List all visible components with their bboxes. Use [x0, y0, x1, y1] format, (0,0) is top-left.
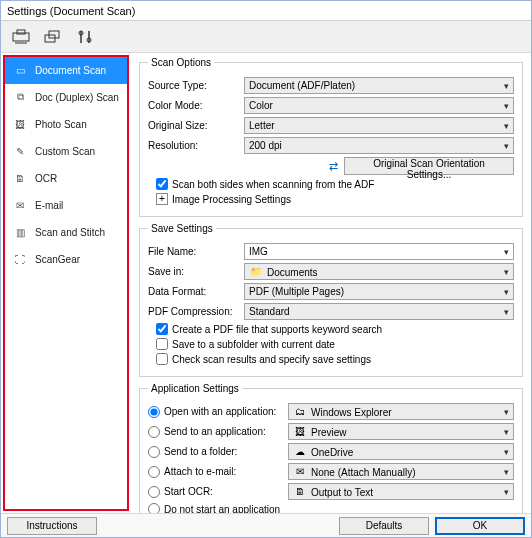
- stitch-icon: ▥: [11, 225, 29, 239]
- onedrive-icon: ☁: [293, 446, 307, 458]
- data-format-label: Data Format:: [148, 286, 244, 297]
- sidebar-item-document-scan[interactable]: ▭Document Scan: [5, 57, 127, 84]
- chevron-down-icon: ▾: [504, 487, 509, 497]
- sidebar-item-label: Scan and Stitch: [35, 227, 105, 238]
- source-type-label: Source Type:: [148, 80, 244, 91]
- original-size-label: Original Size:: [148, 120, 244, 131]
- titlebar: Settings (Document Scan): [1, 1, 531, 21]
- file-name-input[interactable]: IMG▾: [244, 243, 514, 260]
- do-not-start-radio[interactable]: [148, 503, 160, 513]
- scan-options-legend: Scan Options: [148, 57, 214, 68]
- duplex-icon: ⧉: [11, 90, 29, 104]
- resolution-select[interactable]: 200 dpi▾: [244, 137, 514, 154]
- save-subfolder-checkbox[interactable]: [156, 338, 168, 350]
- open-with-app-label: Open with an application:: [164, 406, 284, 417]
- photo-icon: 🖼: [11, 117, 29, 131]
- sidebar-item-photo-scan[interactable]: 🖼Photo Scan: [5, 111, 127, 138]
- pdf-compression-label: PDF Compression:: [148, 306, 244, 317]
- send-to-app-select[interactable]: 🖼Preview▾: [288, 423, 514, 440]
- start-ocr-select[interactable]: 🗎Output to Text▾: [288, 483, 514, 500]
- send-to-folder-select[interactable]: ☁OneDrive▾: [288, 443, 514, 460]
- chevron-down-icon: ▾: [504, 81, 509, 91]
- tools-icon[interactable]: [73, 25, 97, 49]
- sidebar-item-doc-duplex-scan[interactable]: ⧉Doc (Duplex) Scan: [5, 84, 127, 111]
- group-icon[interactable]: [41, 25, 65, 49]
- start-ocr-label: Start OCR:: [164, 486, 284, 497]
- sidebar-item-label: E-mail: [35, 200, 63, 211]
- original-size-select[interactable]: Letter▾: [244, 117, 514, 134]
- ocr-icon: 🗎: [11, 171, 29, 185]
- create-pdf-keyword-checkbox[interactable]: [156, 323, 168, 335]
- save-in-select[interactable]: 📁Documents▾: [244, 263, 514, 280]
- swap-icon[interactable]: ⇄: [329, 160, 338, 173]
- settings-dialog: Settings (Document Scan) ▭Document Scan …: [0, 0, 532, 538]
- document-scan-icon: ▭: [11, 63, 29, 77]
- instructions-button[interactable]: Instructions: [7, 517, 97, 535]
- sidebar-item-label: Doc (Duplex) Scan: [35, 92, 119, 103]
- chevron-down-icon: ▾: [504, 407, 509, 417]
- sidebar-item-scangear[interactable]: ⛶ScanGear: [5, 246, 127, 273]
- chevron-down-icon: ▾: [504, 287, 509, 297]
- window-title: Settings (Document Scan): [7, 5, 135, 17]
- scan-both-sides-checkbox[interactable]: [156, 178, 168, 190]
- chevron-down-icon: ▾: [504, 267, 509, 277]
- pdf-compression-select[interactable]: Standard▾: [244, 303, 514, 320]
- orientation-settings-button[interactable]: Original Scan Orientation Settings...: [344, 157, 514, 175]
- sidebar: ▭Document Scan ⧉Doc (Duplex) Scan 🖼Photo…: [3, 55, 129, 511]
- color-mode-label: Color Mode:: [148, 100, 244, 111]
- expand-image-processing-button[interactable]: +: [156, 193, 168, 205]
- sidebar-item-label: ScanGear: [35, 254, 80, 265]
- sidebar-item-label: Photo Scan: [35, 119, 87, 130]
- send-to-app-label: Send to an application:: [164, 426, 284, 437]
- chevron-down-icon: ▾: [504, 427, 509, 437]
- check-results-checkbox[interactable]: [156, 353, 168, 365]
- folder-icon: 📁: [249, 266, 263, 278]
- data-format-select[interactable]: PDF (Multiple Pages)▾: [244, 283, 514, 300]
- chevron-down-icon: ▾: [504, 101, 509, 111]
- application-settings-group: Application Settings Open with an applic…: [139, 383, 523, 513]
- sidebar-item-label: OCR: [35, 173, 57, 184]
- ok-button[interactable]: OK: [435, 517, 525, 535]
- create-pdf-keyword-label: Create a PDF file that supports keyword …: [172, 324, 382, 335]
- defaults-button[interactable]: Defaults: [339, 517, 429, 535]
- chevron-down-icon: ▾: [504, 447, 509, 457]
- attach-email-radio[interactable]: [148, 466, 160, 478]
- check-results-label: Check scan results and specify save sett…: [172, 354, 371, 365]
- save-subfolder-label: Save to a subfolder with current date: [172, 339, 335, 350]
- file-name-label: File Name:: [148, 246, 244, 257]
- start-ocr-radio[interactable]: [148, 486, 160, 498]
- sidebar-item-ocr[interactable]: 🗎OCR: [5, 165, 127, 192]
- save-in-label: Save in:: [148, 266, 244, 277]
- open-with-app-select[interactable]: 🗂Windows Explorer▾: [288, 403, 514, 420]
- save-settings-legend: Save Settings: [148, 223, 216, 234]
- color-mode-select[interactable]: Color▾: [244, 97, 514, 114]
- chevron-down-icon: ▾: [504, 467, 509, 477]
- custom-icon: ✎: [11, 144, 29, 158]
- sidebar-item-label: Document Scan: [35, 65, 106, 76]
- scanner-icon[interactable]: [9, 25, 33, 49]
- save-settings-group: Save Settings File Name: IMG▾ Save in: 📁…: [139, 223, 523, 377]
- send-to-folder-label: Send to a folder:: [164, 446, 284, 457]
- chevron-down-icon: ▾: [504, 141, 509, 151]
- preview-icon: 🖼: [293, 426, 307, 438]
- main-panel: Scan Options Source Type: Document (ADF/…: [129, 53, 531, 513]
- chevron-down-icon: ▾: [504, 247, 509, 257]
- open-with-app-radio[interactable]: [148, 406, 160, 418]
- chevron-down-icon: ▾: [504, 307, 509, 317]
- sidebar-item-custom-scan[interactable]: ✎Custom Scan: [5, 138, 127, 165]
- send-to-folder-radio[interactable]: [148, 446, 160, 458]
- footer: Instructions Defaults OK: [1, 513, 531, 537]
- mail-icon: ✉: [293, 466, 307, 478]
- sidebar-item-label: Custom Scan: [35, 146, 95, 157]
- sidebar-item-scan-and-stitch[interactable]: ▥Scan and Stitch: [5, 219, 127, 246]
- attach-email-select[interactable]: ✉None (Attach Manually)▾: [288, 463, 514, 480]
- resolution-label: Resolution:: [148, 140, 244, 151]
- explorer-icon: 🗂: [293, 406, 307, 418]
- send-to-app-radio[interactable]: [148, 426, 160, 438]
- sidebar-item-email[interactable]: ✉E-mail: [5, 192, 127, 219]
- scangear-icon: ⛶: [11, 252, 29, 266]
- email-icon: ✉: [11, 198, 29, 212]
- image-processing-label: Image Processing Settings: [172, 194, 291, 205]
- scan-options-group: Scan Options Source Type: Document (ADF/…: [139, 57, 523, 217]
- source-type-select[interactable]: Document (ADF/Platen)▾: [244, 77, 514, 94]
